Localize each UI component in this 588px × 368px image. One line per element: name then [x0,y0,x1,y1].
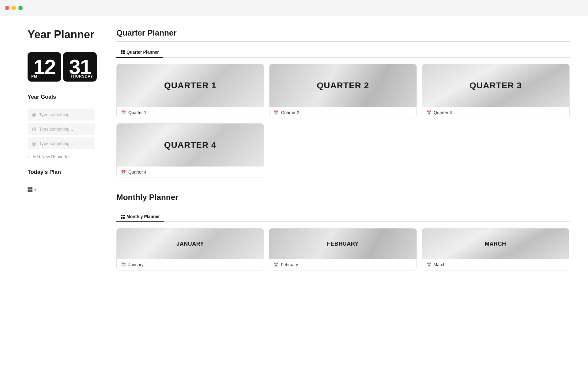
close-button[interactable] [5,6,9,10]
quarter-3-card[interactable]: QUARTER 3 📅 Quarter 3 [422,64,570,118]
year-goals-section: Year Goals ◎ Type something... ◎ Type so… [28,94,95,162]
quarter-1-label: Quarter 1 [128,110,146,115]
main-content: Year Planner 12 PM 31 THURSDAY Year Goal… [0,16,588,368]
quarter-cards-grid: QUARTER 1 📅 Quarter 1 QUARTER 2 📅 [116,64,570,118]
monthly-planner-tab[interactable]: Monthly Planner [116,212,164,222]
tab-grid-icon [121,50,125,54]
monthly-mar-label: March [434,262,446,267]
quarter-4-label: Quarter 4 [128,170,146,174]
add-reminder-label: Add New Reminder [32,154,70,159]
add-icon: + [28,154,30,159]
today-plan-view-toggle[interactable]: ▾ [28,187,95,192]
clock-period: PM [31,74,37,79]
monthly-jan-title: JANUARY [176,241,204,247]
add-reminder-button[interactable]: + Add New Reminder [28,152,95,162]
quarter-2-card[interactable]: QUARTER 2 📅 Quarter 2 [269,64,417,118]
quarter-planner-tab-bar: Quarter Planner [116,47,570,58]
chevron-down-icon: ▾ [34,188,36,192]
calendar-icon-jan: 📅 [121,263,126,267]
monthly-planner-divider [116,206,570,206]
quarter-3-title: QUARTER 3 [469,81,522,90]
quarter-1-footer: 📅 Quarter 1 [117,107,264,118]
maximize-button[interactable] [18,6,23,10]
monthly-feb-label: February [281,262,298,267]
monthly-planner-tab-label: Monthly Planner [126,214,160,219]
quarter-4-footer: 📅 Quarter 4 [117,167,264,178]
goal-icon-3: ◎ [32,140,36,146]
monthly-mar-image: MARCH [422,228,569,259]
quarter-1-title: QUARTER 1 [164,81,217,90]
quarter-1-card[interactable]: QUARTER 1 📅 Quarter 1 [116,64,264,118]
monthly-card-mar[interactable]: MARCH 📅 March [422,228,569,270]
monthly-cards-row: JANUARY 📅 January FEBRUARY 📅 February [116,228,570,270]
quarter-planner-section: Quarter Planner Quarter Planner QUARTER [116,28,570,178]
quarter-2-image: QUARTER 2 [270,64,417,107]
clock-day: THURSDAY [70,74,93,79]
monthly-planner-section: Monthly Planner Monthly Planner JANUARY [116,193,570,270]
quarter-3-footer: 📅 Quarter 3 [422,107,569,118]
monthly-planner-tab-bar: Monthly Planner [116,212,570,222]
goal-icon-2: ◎ [32,126,36,132]
clock-hour-block: 12 PM [28,52,61,82]
quarter-4-title: QUARTER 4 [164,140,217,150]
year-goals-divider [28,104,95,104]
sidebar: Year Planner 12 PM 31 THURSDAY Year Goal… [0,16,104,368]
quarter-planner-tab[interactable]: Quarter Planner [116,47,163,58]
clock-widget: 12 PM 31 THURSDAY [28,52,95,82]
goal-item-2[interactable]: ◎ Type something... [28,123,95,135]
quarter-2-footer: 📅 Quarter 2 [270,107,417,118]
monthly-jan-footer: 📅 January [117,259,264,270]
today-plan-divider [28,183,95,183]
quarter-2-label: Quarter 2 [281,110,299,115]
monthly-feb-footer: 📅 February [269,259,416,270]
goal-item-1[interactable]: ◎ Type something... [28,109,95,121]
grid-view-icon [28,187,32,192]
goal-placeholder-1: Type something... [39,112,73,117]
monthly-mar-title: MARCH [485,241,506,247]
calendar-icon-q4: 📅 [121,170,126,174]
goal-placeholder-3: Type something... [39,141,73,146]
quarter-3-label: Quarter 3 [434,110,452,115]
content-area: Quarter Planner Quarter Planner QUARTER [104,16,588,368]
monthly-mar-footer: 📅 March [422,259,569,270]
monthly-jan-image: JANUARY [117,228,264,259]
calendar-icon-q2: 📅 [274,110,279,115]
titlebar [0,0,588,16]
quarter-planner-divider [116,41,570,42]
quarter-2-title: QUARTER 2 [317,81,369,90]
monthly-tab-grid-icon [121,215,125,219]
quarter-planner-heading: Quarter Planner [116,28,570,38]
quarter-3-image: QUARTER 3 [422,64,569,107]
year-goals-title: Year Goals [28,94,95,100]
monthly-feb-title: FEBRUARY [327,241,359,247]
minimize-button[interactable] [12,6,16,10]
calendar-icon-q3: 📅 [426,110,431,115]
quarter-4-row: QUARTER 4 📅 Quarter 4 [116,123,264,178]
monthly-card-feb[interactable]: FEBRUARY 📅 February [269,228,417,270]
goal-icon-1: ◎ [32,112,36,117]
quarter-4-image: QUARTER 4 [117,124,264,167]
calendar-icon-feb: 📅 [273,263,278,267]
quarter-planner-tab-label: Quarter Planner [126,50,159,55]
monthly-planner-heading: Monthly Planner [116,193,570,202]
monthly-feb-image: FEBRUARY [269,228,416,259]
calendar-icon-q1: 📅 [121,110,126,115]
goal-item-3[interactable]: ◎ Type something... [28,137,95,149]
monthly-card-jan[interactable]: JANUARY 📅 January [116,228,264,270]
quarter-4-card[interactable]: QUARTER 4 📅 Quarter 4 [116,123,264,178]
today-plan-section: Today's Plan ▾ [28,169,95,192]
goal-placeholder-2: Type something... [39,127,73,132]
page-title: Year Planner [28,28,95,41]
today-plan-header: Today's Plan [28,169,95,179]
clock-date-block: 31 THURSDAY [63,52,97,82]
quarter-1-image: QUARTER 1 [117,64,264,107]
today-plan-title: Today's Plan [28,169,61,175]
monthly-jan-label: January [128,262,144,267]
calendar-icon-mar: 📅 [426,263,431,267]
